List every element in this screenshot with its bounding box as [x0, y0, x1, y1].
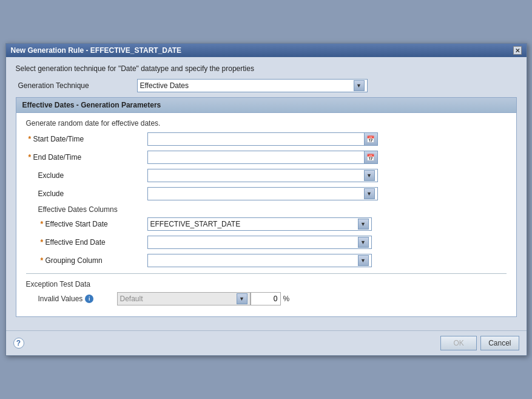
percent-symbol: % — [283, 295, 290, 303]
effective-start-date-control: EFFECTIVE_START_DATE ▼ — [147, 217, 507, 231]
grouping-column-control: ▼ — [147, 254, 507, 267]
dialog-body: Select generation technique for "Date" d… — [6, 57, 527, 330]
effective-start-date-select[interactable]: EFFECTIVE_START_DATE ▼ — [147, 217, 372, 231]
exclude1-row: Exclude ▼ — [26, 169, 507, 182]
effective-dates-columns-label: Effective Dates Columns — [26, 205, 507, 214]
exclude2-select[interactable]: ▼ — [147, 187, 378, 200]
end-date-control: 📅 — [147, 151, 507, 164]
exclude2-control: ▼ — [147, 187, 507, 200]
exception-title: Exception Test Data — [26, 280, 507, 288]
effective-start-date-label: * Effective Start Date — [38, 220, 147, 228]
start-date-row: * Start Date/Time 📅 — [26, 132, 507, 146]
generation-technique-select[interactable]: Effective Dates ▼ — [137, 79, 368, 92]
help-symbol: ? — [16, 339, 21, 347]
section-body: Generate random date for effective dates… — [16, 113, 516, 316]
start-date-text: Start Date/Time — [33, 135, 84, 143]
end-date-label: * End Date/Time — [26, 153, 147, 162]
invalid-values-select[interactable]: Default ▼ — [117, 292, 251, 305]
title-bar: New Generation Rule - EFFECTIVE_START_DA… — [6, 44, 527, 57]
effective-start-date-value: EFFECTIVE_START_DATE — [150, 220, 241, 228]
eff-end-text: Effective End Date — [45, 238, 106, 247]
effective-end-date-control: ▼ — [147, 236, 507, 249]
section-header: Effective Dates - Generation Parameters — [16, 98, 516, 113]
start-date-input[interactable] — [148, 133, 364, 145]
grouping-column-arrow[interactable]: ▼ — [358, 255, 369, 266]
effective-dates-panel: Effective Dates - Generation Parameters … — [16, 97, 517, 317]
exclude2-label: Exclude — [26, 189, 147, 198]
close-button[interactable]: ✕ — [513, 46, 522, 55]
generation-technique-dropdown-arrow[interactable]: ▼ — [354, 80, 365, 91]
dialog-title: New Generation Rule - EFFECTIVE_START_DA… — [11, 46, 182, 55]
end-date-input[interactable] — [148, 151, 364, 163]
eff-start-star: * — [41, 220, 45, 228]
effective-end-date-select[interactable]: ▼ — [147, 236, 372, 249]
grouping-column-label: * Grouping Column — [38, 256, 147, 265]
section-desc: Generate random date for effective dates… — [26, 119, 507, 128]
default-placeholder: Default — [120, 295, 143, 303]
end-required-star: * — [29, 153, 33, 162]
generation-technique-row: Generation Technique Effective Dates ▼ — [16, 79, 517, 92]
info-icon[interactable]: i — [85, 295, 93, 303]
end-date-input-wrapper: 📅 — [147, 151, 378, 164]
start-date-control: 📅 — [147, 132, 507, 146]
ok-button[interactable]: OK — [440, 336, 477, 350]
end-date-text: End Date/Time — [33, 153, 82, 162]
dialog-description: Select generation technique for "Date" d… — [16, 64, 517, 73]
effective-end-date-label: * Effective End Date — [38, 238, 147, 247]
grouping-column-row: * Grouping Column ▼ — [26, 254, 507, 267]
effective-start-date-arrow[interactable]: ▼ — [358, 219, 369, 230]
footer-buttons: OK Cancel — [440, 336, 519, 350]
start-date-calendar-button[interactable]: 📅 — [364, 133, 377, 145]
invalid-values-label-wrapper: Invalid Values i — [38, 295, 117, 303]
end-date-calendar-icon: 📅 — [366, 154, 375, 162]
exclude2-dropdown-arrow[interactable]: ▼ — [364, 188, 375, 199]
effective-end-date-row: * Effective End Date ▼ — [26, 236, 507, 249]
help-button[interactable]: ? — [13, 338, 24, 349]
grouping-star: * — [41, 256, 45, 265]
exclude1-dropdown-arrow[interactable]: ▼ — [364, 170, 375, 181]
end-date-row: * End Date/Time 📅 — [26, 151, 507, 164]
exception-section: Exception Test Data Invalid Values i Def… — [26, 280, 507, 310]
generation-technique-control: Effective Dates ▼ — [137, 79, 517, 92]
end-date-calendar-button[interactable]: 📅 — [364, 151, 377, 163]
invalid-values-label: Invalid Values — [38, 295, 83, 303]
eff-end-star: * — [41, 238, 45, 247]
dialog-footer: ? OK Cancel — [6, 330, 527, 355]
start-date-calendar-icon: 📅 — [366, 135, 375, 143]
section-divider — [26, 273, 507, 274]
generation-technique-label: Generation Technique — [16, 81, 137, 90]
effective-end-date-arrow[interactable]: ▼ — [358, 237, 369, 248]
grouping-column-select[interactable]: ▼ — [147, 254, 372, 267]
invalid-values-arrow[interactable]: ▼ — [237, 293, 247, 304]
generation-technique-value: Effective Dates — [140, 81, 189, 90]
main-dialog: New Generation Rule - EFFECTIVE_START_DA… — [5, 43, 527, 356]
effective-start-date-row: * Effective Start Date EFFECTIVE_START_D… — [26, 217, 507, 231]
exclude1-control: ▼ — [147, 169, 507, 182]
start-required-star: * — [29, 135, 33, 143]
start-date-input-wrapper: 📅 — [147, 132, 378, 146]
exclude1-select[interactable]: ▼ — [147, 169, 378, 182]
percent-input[interactable] — [251, 292, 281, 305]
invalid-values-row: Invalid Values i Default ▼ % — [26, 292, 507, 305]
exclude2-row: Exclude ▼ — [26, 187, 507, 200]
grouping-text: Grouping Column — [45, 256, 103, 265]
exclude1-label: Exclude — [26, 171, 147, 180]
start-date-label: * Start Date/Time — [26, 135, 147, 143]
eff-start-text: Effective Start Date — [45, 220, 108, 228]
cancel-button[interactable]: Cancel — [480, 336, 519, 350]
